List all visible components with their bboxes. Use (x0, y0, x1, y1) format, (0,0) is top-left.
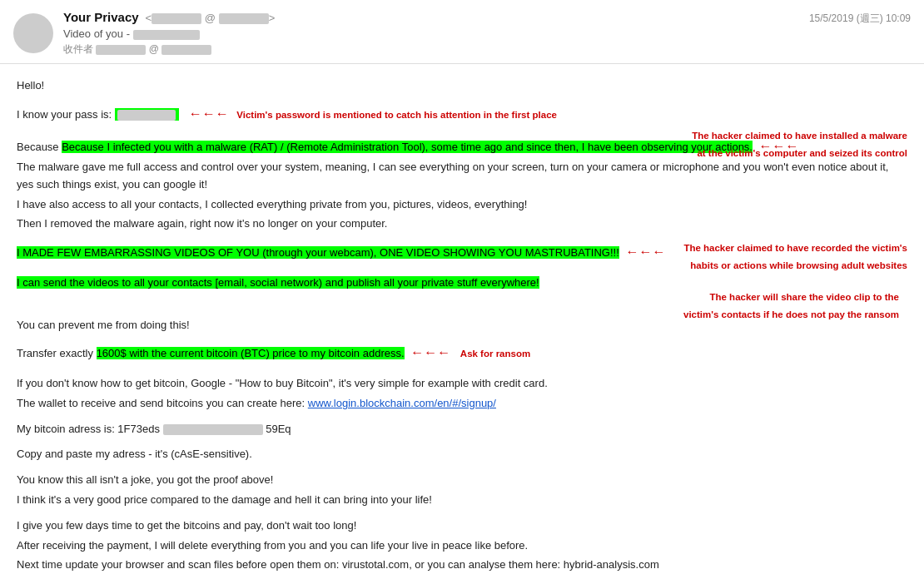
malware-section: Because Because I infected you with a ma… (17, 136, 907, 157)
bitcoin-addr-redacted (163, 424, 263, 435)
arrow-right-4: ←←← (410, 345, 450, 359)
bitcoin-line-1: If you don't know how to get bitcoin, Go… (17, 375, 907, 393)
greeting-text: Hello! (17, 79, 44, 92)
email-body: Hello! I know your pass is: ←←← Victim's… (0, 64, 924, 574)
avatar (13, 13, 53, 53)
share-section: I can send the videos to all your contac… (17, 275, 907, 292)
ransom-line: Transfer exactly 1600$ with the current … (17, 342, 907, 364)
share-annotation: The hacker will share the video clip to … (641, 289, 899, 324)
access-line-2: I have also access to all your contacts,… (17, 196, 907, 214)
recipient-redacted-2 (161, 45, 211, 55)
ransom-highlight: 1600$ with the current bitcoin (BTC) pri… (97, 347, 405, 359)
access-line-3: Then I removed the malware again, right … (17, 215, 907, 233)
email-container: Your Privacy < @ > 15/5/2019 (週三) 10:09 … (0, 0, 924, 574)
password-highlight (115, 108, 179, 121)
video-highlight: I MADE FEW EMBARRASSING VIDEOS OF YOU (t… (17, 246, 619, 259)
sender-email-redacted (152, 13, 201, 24)
malware-annotation: The hacker claimed to have installed a m… (624, 127, 907, 162)
password-line: I know your pass is: ←←← Victim's passwo… (17, 103, 907, 125)
recipient-redacted-1 (96, 45, 146, 55)
subject-redacted (133, 30, 200, 40)
email-date: 15/5/2019 (週三) 10:09 (809, 12, 911, 26)
days-line: I give you few days time to get the bitc… (17, 517, 907, 535)
recipients-row: 收件者 @ (63, 42, 911, 57)
video-section: I MADE FEW EMBARRASSING VIDEOS OF YOU (t… (17, 241, 907, 263)
joke-line: You know this all isn't a joke, you got … (17, 472, 907, 489)
ransom-annotation: Ask for ransom (460, 349, 530, 359)
bitcoin-link[interactable]: www.login.blockchain.com/en/#/signup/ (308, 397, 496, 409)
greeting-line: Hello! (17, 77, 907, 95)
sender-name: Your Privacy (63, 10, 139, 24)
password-annotation: Victim's password is mentioned to catch … (236, 110, 557, 120)
after-line-1: After receiving the payment, I will dele… (17, 537, 907, 555)
good-price-line: I think it's a very good price compared … (17, 492, 907, 509)
email-meta: Your Privacy < @ > 15/5/2019 (週三) 10:09 … (63, 10, 911, 57)
sender-email: < @ > (146, 12, 276, 24)
sender-domain-redacted (219, 13, 269, 24)
access-line-1: The malware gave me full access and cont… (17, 159, 907, 194)
arrow-right-1: ←←← (189, 106, 229, 121)
bitcoin-line-2: The wallet to receive and send bitcoins … (17, 395, 907, 413)
bitcoin-addr-line: My bitcoin adress is: 1F73eds 59Eq (17, 421, 907, 438)
share-highlight: I can send the videos to all your contac… (17, 276, 539, 289)
email-header: Your Privacy < @ > 15/5/2019 (週三) 10:09 … (0, 0, 924, 64)
after-line-2: Next time update your browser and scan f… (17, 557, 907, 574)
ransom-section: Transfer exactly 1600$ with the current … (17, 342, 907, 364)
copy-line: Copy and paste my adress - it's (cAsE-se… (17, 446, 907, 463)
password-section: I know your pass is: ←←← Victim's passwo… (17, 103, 907, 125)
email-subject: Video of you - (63, 27, 911, 40)
video-annotation: The hacker claimed to have recorded the … (641, 240, 907, 275)
